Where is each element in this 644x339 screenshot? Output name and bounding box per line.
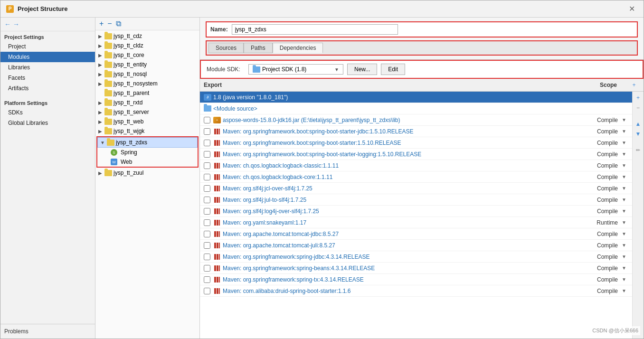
sidebar-item-sdks[interactable]: SDKs [0, 107, 95, 118]
tree-item-jysp_tt_rxtd[interactable]: ▶ jysp_tt_rxtd [95, 98, 199, 107]
sidebar-item-facets[interactable]: Facets [0, 73, 95, 83]
module-header: Name: Sources Paths Dependencies [200, 18, 644, 60]
add-dependency-button[interactable]: + [630, 81, 638, 89]
dep-row-aspose[interactable]: ▪ aspose-words-15.8.0-jdk16.jar (E:\tiet… [200, 114, 632, 126]
dep-checkbox-7[interactable] [204, 197, 210, 203]
add-module-button[interactable]: + [98, 19, 104, 28]
sdk-select[interactable]: Project SDK (1.8) ▼ [248, 64, 343, 75]
sidebar-item-problems[interactable]: Problems [0, 324, 95, 339]
scope-dropdown-11[interactable]: ▼ [622, 231, 628, 236]
dep-checkbox-13[interactable] [204, 265, 210, 272]
dep-row-logback-core[interactable]: Maven: ch.qos.logback:logback-core:1.1.1… [200, 171, 632, 183]
tree-item-jysp_tt_zuul[interactable]: ▶ jysp_tt_zuul [95, 168, 199, 178]
dep-checkbox-11[interactable] [204, 242, 210, 249]
scope-dropdown-6[interactable]: ▼ [622, 174, 628, 179]
maven-icon [213, 197, 221, 203]
dep-row-slf4j-jcl[interactable]: Maven: org.slf4j:jcl-over-slf4j:1.7.25 C… [200, 183, 632, 194]
copy-module-button[interactable]: ⧉ [115, 19, 122, 28]
dep-checkbox-1[interactable] [204, 128, 210, 135]
dep-checkbox-8[interactable] [204, 208, 210, 215]
tab-sources[interactable]: Sources [208, 43, 244, 53]
tree-item-jysp_tt_nosystem[interactable]: ▶ jysp_tt_nosystem [95, 79, 199, 88]
tree-item-jysp_tt_entity[interactable]: ▶ jysp_tt_entity [95, 60, 199, 69]
dep-checkbox-12[interactable] [204, 254, 210, 260]
sidebar-item-libraries[interactable]: Libraries [0, 62, 95, 73]
scope-dropdown-13[interactable]: ▼ [622, 254, 628, 259]
dep-row-slf4j-log4j[interactable]: Maven: org.slf4j:log4j-over-slf4j:1.7.25… [200, 206, 632, 217]
dep-checkbox-9[interactable] [204, 219, 210, 226]
svg-rect-7 [217, 151, 218, 157]
scope-dropdown-7[interactable]: ▼ [622, 186, 628, 191]
scope-dropdown-15[interactable]: ▼ [622, 277, 628, 282]
forward-arrow[interactable]: → [13, 20, 19, 28]
dep-checkbox-10[interactable] [204, 231, 210, 237]
dep-row-spring-boot-jdbc[interactable]: Maven: org.springframework.boot:spring-b… [200, 126, 632, 137]
scope-dropdown-8[interactable]: ▼ [622, 197, 628, 202]
move-up-button[interactable]: ▲ [634, 120, 643, 128]
dep-row-snakeyaml[interactable]: Maven: org.yaml:snakeyaml:1.17 Runtime ▼ [200, 217, 632, 228]
dep-checkbox-5[interactable] [204, 174, 210, 180]
dep-checkbox-3[interactable] [204, 151, 210, 158]
back-arrow[interactable]: ← [4, 20, 11, 28]
folder-icon [104, 43, 112, 49]
scope-dropdown-10[interactable]: ▼ [622, 220, 628, 225]
dep-checkbox-2[interactable] [204, 140, 210, 146]
tab-dependencies[interactable]: Dependencies [273, 43, 323, 53]
maven-icon [213, 254, 221, 260]
dep-row-spring-tx[interactable]: Maven: org.springframework:spring-tx:4.3… [200, 274, 632, 285]
dep-row-tomcat-juli[interactable]: Maven: org.apache.tomcat:tomcat-juli:8.5… [200, 240, 632, 251]
tree-item-jysp_tt_wjgk[interactable]: ▶ jysp_tt_wjgk [95, 126, 199, 136]
close-button[interactable]: ✕ [626, 3, 638, 14]
sidebar-item-modules[interactable]: Modules [0, 52, 95, 62]
dep-row-spring-boot-starter[interactable]: Maven: org.springframework.boot:spring-b… [200, 137, 632, 149]
edit-dep-button[interactable]: ✏ [634, 146, 643, 154]
tab-paths[interactable]: Paths [244, 43, 273, 53]
scope-dropdown-9[interactable]: ▼ [622, 208, 628, 214]
sdk-new-button[interactable]: New... [347, 64, 377, 75]
dep-row-slf4j-jul[interactable]: Maven: org.slf4j:jul-to-slf4j:1.7.25 Com… [200, 194, 632, 206]
export-column-header: Export [204, 82, 581, 88]
tree-item-web[interactable]: W Web [97, 157, 198, 167]
tree-item-jysp_tt_core[interactable]: ▶ jysp_tt_core [95, 50, 199, 60]
tree-item-jysp_tt_parent[interactable]: ▶ jysp_tt_parent [95, 88, 199, 98]
scope-dropdown-14[interactable]: ▼ [622, 265, 628, 271]
module-tabs: Sources Paths Dependencies [206, 40, 638, 56]
dep-row-tomcat-jdbc[interactable]: Maven: org.apache.tomcat:tomcat-jdbc:8.5… [200, 228, 632, 240]
tree-item-jysp_tt_web[interactable]: ▶ jysp_tt_web [95, 117, 199, 126]
move-down-button[interactable]: ▼ [634, 130, 643, 138]
dep-checkbox-aspose[interactable] [204, 117, 210, 123]
scope-dropdown-aspose[interactable]: ▼ [622, 117, 628, 122]
scope-dropdown-4[interactable]: ▼ [622, 151, 628, 157]
scope-dropdown-2[interactable]: ▼ [622, 129, 628, 134]
sdk-edit-button[interactable]: Edit [381, 64, 405, 75]
add-dep-button[interactable]: + [634, 94, 643, 102]
dep-row-druid[interactable]: Maven: com.alibaba:druid-spring-boot-sta… [200, 285, 632, 297]
sidebar-item-project[interactable]: Project [0, 41, 95, 52]
tree-item-jysp_tt_nosql[interactable]: ▶ jysp_tt_nosql [95, 69, 199, 79]
scope-dropdown-12[interactable]: ▼ [622, 243, 628, 248]
dep-row-logback-classic[interactable]: Maven: ch.qos.logback:logback-classic:1.… [200, 160, 632, 171]
scope-dropdown-5[interactable]: ▼ [622, 163, 628, 168]
dep-row-jdk[interactable]: J 1.8 (java version "1.8.0_181") [200, 92, 632, 103]
dep-row-module-source[interactable]: <Module source> [200, 103, 632, 114]
dep-row-spring-jdbc[interactable]: Maven: org.springframework:spring-jdbc:4… [200, 251, 632, 263]
dep-checkbox-4[interactable] [204, 162, 210, 169]
module-name-input[interactable] [232, 24, 398, 35]
dep-row-spring-boot-logging[interactable]: Maven: org.springframework.boot:spring-b… [200, 149, 632, 160]
dep-checkbox-6[interactable] [204, 185, 210, 192]
tree-item-jysp_tt_cldz[interactable]: ▶ jysp_tt_cldz [95, 41, 199, 50]
sidebar-item-global-libraries[interactable]: Global Libraries [0, 118, 95, 128]
tree-item-jysp_tt_server[interactable]: ▶ jysp_tt_server [95, 107, 199, 117]
dep-checkbox-15[interactable] [204, 288, 210, 294]
sidebar-item-artifacts[interactable]: Artifacts [0, 83, 95, 94]
dep-checkbox-14[interactable] [204, 276, 210, 283]
scope-dropdown-16[interactable]: ▼ [622, 288, 628, 293]
tree-item-jysp_tt_zdxs[interactable]: ▼ jysp_tt_zdxs [97, 137, 198, 148]
tree-item-spring[interactable]: S Spring [97, 148, 198, 157]
maven-icon [213, 231, 221, 237]
tree-item-jysp_tt_cdz[interactable]: ▶ jysp_tt_cdz [95, 31, 199, 41]
dep-row-spring-beans[interactable]: Maven: org.springframework:spring-beans:… [200, 263, 632, 274]
remove-module-button[interactable]: − [106, 19, 113, 28]
scope-dropdown-3[interactable]: ▼ [622, 140, 628, 145]
remove-dep-button[interactable]: − [634, 104, 643, 112]
